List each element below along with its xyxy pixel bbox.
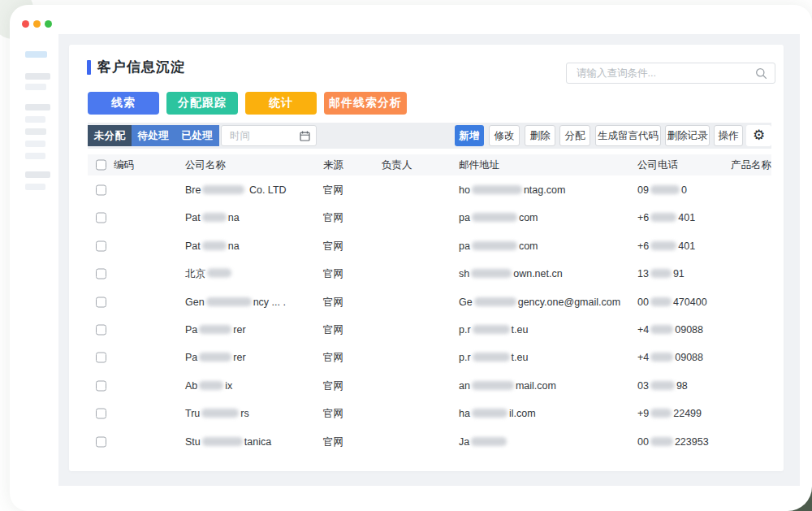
redacted-blur: [650, 409, 672, 418]
sidebar-skeleton-bar: [25, 73, 50, 80]
cell-email: hail.com: [459, 408, 536, 419]
row-checkbox[interactable]: [96, 240, 106, 251]
cell-phone: +409088: [637, 352, 703, 363]
row-checkbox[interactable]: [96, 436, 106, 447]
nav-button-4[interactable]: 邮件线索分析: [324, 92, 407, 115]
action-button-4[interactable]: 分配: [559, 125, 590, 146]
action-button-5[interactable]: 生成留言代码: [595, 125, 661, 146]
row-checkbox[interactable]: [96, 409, 106, 419]
cell-source: 官网: [323, 323, 343, 337]
nav-button-1[interactable]: 线索: [88, 92, 159, 115]
table-row: 北京官网shown.net.cn1391: [88, 260, 771, 288]
redacted-blur: [202, 437, 243, 446]
cell-source: 官网: [323, 184, 343, 197]
cell-phone: +6401: [637, 240, 695, 252]
table-row: Genncy ... .官网Gegency.one@gmail.com00470…: [88, 288, 771, 316]
sidebar-skeleton-bar: [25, 116, 45, 123]
action-button-2[interactable]: 修改: [489, 125, 520, 146]
filter-tab-3[interactable]: 已处理: [175, 125, 219, 146]
cell-phone: 0398: [637, 380, 688, 392]
column-header: 负责人: [382, 158, 412, 172]
column-header: 公司电话: [637, 158, 678, 172]
minimize-window-light[interactable]: [33, 20, 41, 28]
cell-phone: +922499: [637, 408, 702, 419]
cell-company: Patna: [185, 212, 240, 223]
search-icon[interactable]: [755, 67, 767, 80]
nav-button-3[interactable]: 统计: [245, 92, 317, 115]
cell-email: pacom: [459, 212, 538, 223]
redacted-blur: [472, 185, 522, 194]
nav-button-2[interactable]: 分配跟踪: [166, 92, 238, 115]
redacted-blur: [473, 353, 510, 362]
sidebar-skeleton-bar: [25, 171, 50, 178]
filter-tab-2[interactable]: 待处理: [132, 125, 175, 146]
cell-phone: 00470400: [637, 297, 707, 308]
redacted-blur: [206, 297, 252, 306]
redacted-blur: [474, 297, 516, 306]
cell-email: hontag.com: [459, 184, 565, 196]
redacted-blur: [202, 213, 227, 222]
redacted-blur: [471, 437, 507, 446]
table-row: Patna官网pacom+6401: [88, 232, 771, 260]
cell-source: 官网: [323, 379, 343, 392]
row-checkbox[interactable]: [96, 269, 106, 279]
table-row: Bre Co. LTD官网hontag.com090: [88, 176, 771, 204]
sidebar-skeleton-bar: [25, 104, 50, 110]
redacted-blur: [650, 325, 673, 334]
redacted-blur: [201, 409, 239, 418]
action-button-3[interactable]: 删除: [525, 125, 555, 146]
row-checkbox[interactable]: [96, 353, 106, 363]
sidebar-skeleton-bar: [25, 84, 46, 90]
page-title: 客户信息沉淀: [97, 58, 185, 76]
sidebar-skeleton-bar: [25, 153, 45, 159]
redacted-blur: [473, 325, 510, 334]
action-button-7[interactable]: 操作: [714, 125, 743, 146]
sidebar-skeleton-bar: [25, 128, 46, 135]
redacted-blur: [472, 409, 508, 418]
select-all-checkbox[interactable]: [96, 160, 106, 171]
cell-source: 官网: [323, 211, 343, 225]
cell-source: 官网: [323, 407, 343, 421]
cell-source: 官网: [323, 267, 343, 281]
gear-icon[interactable]: ⚙: [746, 125, 771, 146]
row-checkbox[interactable]: [96, 297, 106, 307]
search-box: [566, 63, 775, 84]
screenshot-stage: 客户信息沉淀 线索分配跟踪统计邮件线索分析 未分配待处理已处理 新增修改删除分配…: [0, 0, 812, 511]
redacted-blur: [472, 241, 517, 250]
cell-phone: 00223953: [637, 436, 709, 448]
cell-email: Ja: [459, 436, 508, 448]
redacted-blur: [650, 381, 675, 390]
row-checkbox[interactable]: [96, 185, 106, 196]
zoom-window-light[interactable]: [45, 20, 52, 28]
window-controls: [22, 20, 52, 28]
sidebar-skeleton-bar: [25, 51, 47, 58]
redacted-blur: [202, 241, 227, 250]
date-filter: [221, 125, 317, 146]
row-checkbox[interactable]: [96, 325, 106, 336]
sidebar-skeleton-bar: [25, 141, 45, 147]
redacted-blur: [650, 353, 673, 362]
filter-tab-1-active[interactable]: 未分配: [88, 125, 132, 146]
column-header: 公司名称: [185, 158, 226, 172]
cell-phone: +6401: [637, 212, 695, 223]
redacted-blur: [199, 381, 223, 390]
redacted-blur: [650, 241, 676, 250]
row-checkbox[interactable]: [96, 213, 106, 223]
table-row: Parer官网p.rt.eu+409088: [88, 316, 771, 344]
row-checkbox[interactable]: [96, 380, 106, 391]
cell-source: 官网: [323, 295, 343, 309]
redacted-blur: [650, 297, 672, 306]
action-button-1[interactable]: 新增: [455, 125, 484, 146]
cell-email: pacom: [459, 240, 538, 252]
search-input[interactable]: [567, 63, 775, 83]
table-header: 编码公司名称来源负责人邮件地址公司电话产品名称: [88, 154, 771, 175]
cell-company: Genncy ... .: [185, 297, 286, 308]
cell-source: 官网: [323, 239, 343, 253]
action-button-6[interactable]: 删除记录: [665, 125, 710, 146]
cell-source: 官网: [323, 435, 343, 448]
cell-company: Abix: [185, 380, 232, 392]
redacted-blur: [650, 213, 676, 222]
calendar-icon[interactable]: [300, 131, 310, 141]
cell-company: Trurs: [185, 408, 249, 419]
close-window-light[interactable]: [22, 20, 29, 28]
